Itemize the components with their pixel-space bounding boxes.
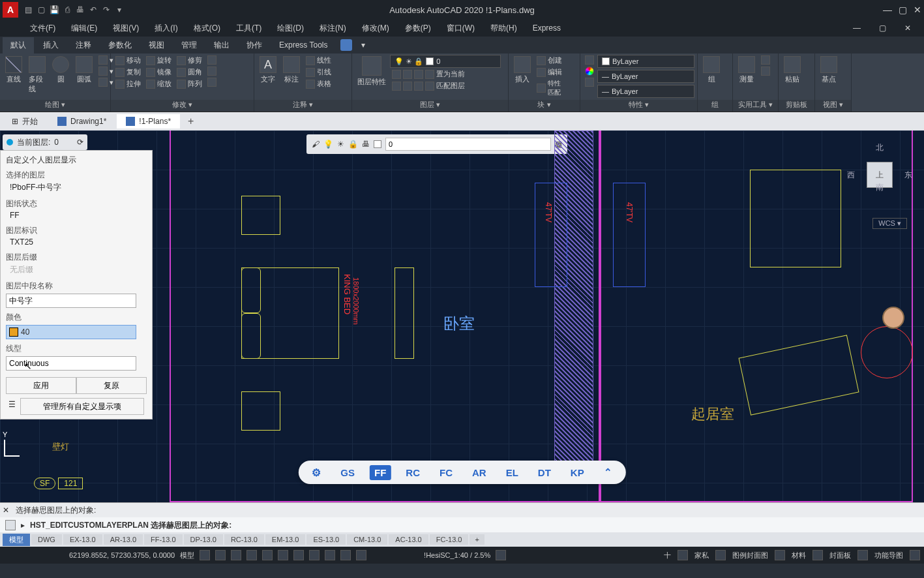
mdi-close[interactable]: ✕ — [898, 22, 917, 34]
layout-cm[interactable]: CM-13.0 — [347, 534, 387, 545]
qat-undo-icon[interactable]: ↶ — [87, 4, 99, 16]
annot-dim[interactable]: 标注 — [280, 55, 303, 85]
status-r5-icon[interactable] — [857, 550, 868, 560]
tab-output[interactable]: 输出 — [206, 37, 237, 53]
tab-start[interactable]: ⊞开始 — [3, 114, 47, 130]
input-midname[interactable] — [6, 294, 136, 308]
status-scale[interactable]: !HesiSC_1:40 / 2.5% — [424, 551, 490, 559]
menu-express[interactable]: Express — [526, 22, 567, 34]
layout-em[interactable]: EM-13.0 — [265, 534, 306, 545]
status-trans-icon[interactable] — [309, 550, 320, 560]
layer-combo[interactable]: 💡 ☀ 🔒 0 — [390, 55, 501, 68]
props-ltype[interactable]: — ByLayer — [597, 85, 694, 98]
menu-edit[interactable]: 编辑(E) — [65, 22, 104, 35]
measure-btn[interactable]: 测量 — [736, 55, 758, 85]
qat-saveas-icon[interactable]: ⎙ — [61, 4, 73, 16]
panel-layers-label[interactable]: 图层 ▾ — [352, 100, 508, 112]
user-avatar[interactable] — [882, 307, 904, 329]
modify-fillet[interactable]: 圆角 — [175, 67, 204, 78]
menu-modify[interactable]: 修改(M) — [355, 22, 396, 35]
status-legend[interactable]: 图例封面图 — [732, 551, 768, 560]
modify-extra1[interactable] — [205, 55, 218, 65]
modify-trim[interactable]: 修剪 — [175, 55, 204, 66]
status-grid-icon[interactable] — [200, 550, 210, 560]
menu-insert[interactable]: 插入(I) — [148, 22, 184, 35]
status-r3-icon[interactable] — [775, 550, 785, 560]
layout-dp[interactable]: DP-13.0 — [184, 534, 223, 545]
qat-plot-icon[interactable]: 🖶 — [74, 4, 86, 16]
paste-btn[interactable]: 粘贴 — [781, 55, 803, 85]
panel-group-label[interactable]: 组 — [698, 100, 732, 112]
status-ortho-icon[interactable] — [231, 550, 241, 560]
props-match[interactable] — [583, 55, 596, 65]
status-iso-icon[interactable] — [278, 550, 288, 560]
layout-model[interactable]: 模型 — [3, 534, 30, 546]
qat-new-icon[interactable]: ▤ — [22, 4, 34, 16]
menu-format[interactable]: 格式(O) — [187, 22, 227, 35]
layer-current[interactable]: 置为当前 — [390, 68, 505, 80]
panel-annot-label[interactable]: 注释 ▾ — [254, 100, 351, 112]
status-snap-icon[interactable] — [215, 550, 226, 560]
layout-ff[interactable]: FF-13.0 — [144, 534, 183, 545]
annot-linear[interactable]: 线性 — [304, 55, 333, 66]
props-color-icon[interactable] — [583, 66, 596, 76]
mdi-minimize[interactable]: — — [846, 22, 867, 34]
tab-manage[interactable]: 管理 — [173, 37, 205, 53]
tab-drawing1[interactable]: Drawing1* — [48, 114, 115, 129]
tab-featured-apps-icon[interactable] — [340, 39, 352, 51]
pill-ff[interactable]: FF — [370, 465, 391, 480]
minimize-button[interactable]: — — [883, 5, 892, 15]
layout-fc[interactable]: FC-13.0 — [430, 534, 469, 545]
layout-ac[interactable]: AC-13.0 — [389, 534, 428, 545]
wcs-label[interactable]: WCS ▾ — [872, 218, 907, 229]
menu-param[interactable]: 参数(P) — [398, 22, 438, 35]
status-furn[interactable]: 家私 — [694, 551, 709, 560]
layer-match[interactable]: 匹配图层 — [390, 80, 505, 91]
draw-polyline-button[interactable]: 多段线 — [26, 55, 48, 95]
modify-stretch[interactable]: 拉伸 — [113, 78, 143, 89]
modify-extra2[interactable] — [205, 66, 218, 76]
draw-circle-button[interactable]: 圆 — [50, 55, 72, 85]
menu-file[interactable]: 文件(F) — [23, 22, 62, 35]
panel-clip-label[interactable]: 剪贴板 — [779, 100, 814, 112]
status-func[interactable]: 功能导图 — [874, 551, 903, 560]
close-button[interactable]: ✕ — [914, 5, 921, 15]
panel-block-label[interactable]: 块 ▾ — [509, 100, 580, 112]
input-color[interactable]: 40 — [6, 325, 136, 339]
tab-parametric[interactable]: 参数化 — [100, 37, 140, 53]
pill-gs[interactable]: GS — [336, 465, 359, 480]
command-line[interactable]: ▸ HST_EDITCUSTOMLAYERPLAN 选择赫思图层上的对象: — [0, 517, 924, 533]
pill-ar[interactable]: AR — [468, 465, 491, 480]
panel-props-label[interactable]: 特性 ▾ — [580, 100, 697, 112]
pill-rc[interactable]: RC — [401, 465, 425, 480]
modify-copy[interactable]: 复制 — [113, 67, 143, 78]
manage-button[interactable]: 管理所有自定义显示项 — [20, 398, 144, 415]
status-r6-icon[interactable] — [910, 550, 920, 560]
drawing-area[interactable]: 当前图层: 0 ⟳ 🖌 💡 ☀ 🔒 🖶 ▦ 自定义个人图层显示 选择的图层 !P… — [0, 130, 924, 502]
panel-modify-label[interactable]: 修改 ▾ — [111, 100, 254, 112]
tab-express[interactable]: Express Tools — [271, 38, 335, 52]
mdi-restore[interactable]: ▢ — [872, 22, 893, 34]
viewcube[interactable]: 北 南 东 西 上 — [847, 142, 912, 207]
qat-open-icon[interactable]: ▢ — [35, 4, 47, 16]
status-cover[interactable]: 封面板 — [829, 551, 851, 560]
menu-view[interactable]: 视图(V) — [106, 22, 145, 35]
modify-extra3[interactable] — [205, 77, 218, 87]
status-qp-icon[interactable] — [325, 550, 335, 560]
draw-line-button[interactable]: 直线 — [3, 55, 25, 85]
modify-rotate[interactable]: 旋转 — [144, 55, 173, 66]
menu-dimension[interactable]: 标注(N) — [313, 22, 353, 35]
qat-save-icon[interactable]: 💾 — [48, 4, 60, 16]
base-btn[interactable]: 基点 — [818, 55, 840, 85]
props-color[interactable]: ByLayer — [597, 55, 694, 68]
menu-draw[interactable]: 绘图(D) — [271, 22, 310, 35]
draw-arc-button[interactable]: 圆弧 — [73, 55, 95, 85]
menu-window[interactable]: 窗口(W) — [440, 22, 481, 35]
modify-move[interactable]: 移动 — [113, 55, 143, 66]
layout-es[interactable]: ES-13.0 — [306, 534, 346, 545]
tab-annotate[interactable]: 注释 — [68, 37, 99, 53]
maximize-button[interactable]: ▢ — [899, 5, 907, 15]
status-material[interactable]: 材料 — [792, 551, 806, 560]
pill-gear-icon[interactable]: ⚙ — [307, 464, 325, 481]
status-annot-icon[interactable] — [496, 550, 506, 560]
